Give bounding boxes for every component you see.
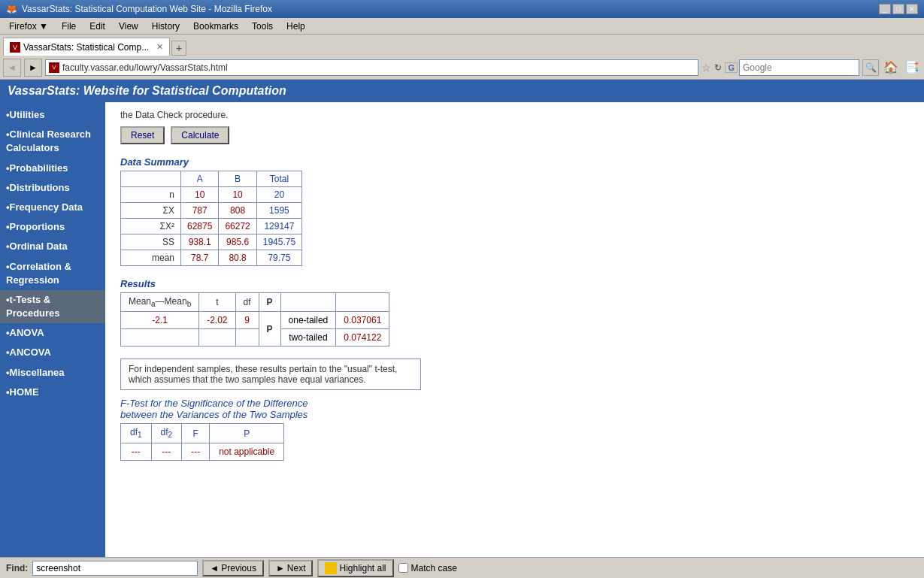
match-case-label[interactable]: Match case xyxy=(398,563,457,573)
menu-bookmarks[interactable]: Bookmarks xyxy=(187,20,244,33)
forward-btn[interactable]: ► xyxy=(24,59,42,77)
tab-close-icon[interactable]: ✕ xyxy=(156,42,163,52)
cell-empty3 xyxy=(235,329,259,346)
match-case-checkbox[interactable] xyxy=(398,563,408,573)
find-bar: Find: ◄ Previous ► Next Highlight all Ma… xyxy=(0,557,924,578)
sidebar-item-anova[interactable]: •ANOVA xyxy=(0,323,105,343)
sidebar-item-distributions[interactable]: •Distributions xyxy=(0,178,105,198)
ftest-col-f: F xyxy=(182,424,210,443)
sidebar-item-ordinal[interactable]: •Ordinal Data xyxy=(0,237,105,256)
menu-help[interactable]: Help xyxy=(280,20,311,33)
sidebar-item-utilities[interactable]: •Utilities xyxy=(0,105,105,125)
cell-sumx-total: 1595 xyxy=(256,203,301,219)
btn-row: Reset Calculate xyxy=(120,126,767,144)
sidebar-item-frequency[interactable]: •Frequency Data xyxy=(0,198,105,217)
url-bar[interactable]: V faculty.vassar.edu/lowry/VassarStats.h… xyxy=(45,59,698,76)
sidebar-item-proportions[interactable]: •Proportions xyxy=(0,217,105,237)
ftest-title-line2: between the Variances of the Two Samples xyxy=(120,409,307,420)
cell-sumx2-total: 129147 xyxy=(256,219,301,235)
site-header: VassarStats: Website for Statistical Com… xyxy=(0,80,924,102)
table-row: ΣX² 62875 66272 129147 xyxy=(121,219,302,235)
find-label: Find: xyxy=(6,563,28,573)
col-tailed-value xyxy=(336,293,389,312)
note-box: For independent samples, these results p… xyxy=(120,359,421,390)
data-summary-section: Data Summary A B Total n 10 xyxy=(120,156,767,266)
bookmarks-btn[interactable]: 📑 xyxy=(903,59,921,77)
reset-btn[interactable]: Reset xyxy=(120,126,165,144)
cell-empty2 xyxy=(199,329,235,346)
note-text: the Data Check procedure. xyxy=(120,110,767,120)
row-label-sumx2: ΣX² xyxy=(121,219,181,235)
cell-sumx-a: 787 xyxy=(181,203,219,219)
cell-t: -2.02 xyxy=(199,312,235,329)
ftest-p-value: not applicable xyxy=(210,443,284,460)
sidebar-item-probabilities[interactable]: •Probabilities xyxy=(0,159,105,178)
title-bar: 🦊 VassarStats: Statistical Computation W… xyxy=(0,0,924,18)
home-btn[interactable]: 🏠 xyxy=(882,59,900,77)
sidebar-item-correlation[interactable]: •Correlation & Regression xyxy=(0,257,105,290)
menu-tools[interactable]: Tools xyxy=(246,20,279,33)
menu-view[interactable]: View xyxy=(113,20,144,33)
menu-history[interactable]: History xyxy=(146,20,186,33)
next-btn[interactable]: ► Next xyxy=(268,560,314,576)
close-btn[interactable]: ✕ xyxy=(906,4,918,14)
cell-two-tailed-value: 0.074122 xyxy=(336,329,389,346)
sidebar-item-clinical[interactable]: •Clinical Research Calculators xyxy=(0,125,105,158)
back-btn[interactable]: ◄ xyxy=(3,59,21,77)
next-label: Next xyxy=(287,563,306,573)
table-row: ΣX 787 808 1595 xyxy=(121,203,302,219)
row-label-mean: mean xyxy=(121,250,181,266)
tab-favicon: V xyxy=(10,42,20,53)
minimize-btn[interactable]: _ xyxy=(879,4,891,14)
search-submit-btn[interactable]: 🔍 xyxy=(862,59,879,76)
cell-p-divider: P xyxy=(259,312,280,346)
maximize-btn[interactable]: □ xyxy=(892,4,904,14)
url-favicon: V xyxy=(49,62,59,73)
ftest-row: --- --- --- not applicable xyxy=(121,443,284,460)
sidebar-item-ancova[interactable]: •ANCOVA xyxy=(0,343,105,362)
ftest-df2-value: --- xyxy=(151,443,182,460)
ftest-section: F-Test for the Significance of the Diffe… xyxy=(120,398,767,460)
next-arrow-icon: ► xyxy=(276,563,285,573)
menu-firefox[interactable]: Firefox ▼ xyxy=(3,20,54,33)
col-header-total: Total xyxy=(256,171,301,187)
menu-file[interactable]: File xyxy=(56,20,82,33)
sidebar-item-miscellanea[interactable]: •Miscellanea xyxy=(0,363,105,383)
find-input[interactable] xyxy=(32,561,198,576)
row-label-ss: SS xyxy=(121,235,181,250)
data-summary-table: A B Total n 10 10 20 ΣX xyxy=(120,171,302,266)
highlight-all-btn[interactable]: Highlight all xyxy=(317,559,393,577)
browser-icon: 🦊 xyxy=(6,4,17,14)
col-t: t xyxy=(199,293,235,312)
col-df: df xyxy=(235,293,259,312)
match-case-text: Match case xyxy=(411,563,457,573)
cell-ss-total: 1945.75 xyxy=(256,235,301,250)
main-layout: •Utilities •Clinical Research Calculator… xyxy=(0,102,924,557)
google-icon: G xyxy=(725,62,738,73)
ftest-col-df1: df1 xyxy=(121,424,152,443)
ftest-col-p: P xyxy=(210,424,284,443)
note-box-text: For independent samples, these results p… xyxy=(129,364,397,385)
sidebar-item-ttests[interactable]: •t-Tests & Procedures xyxy=(0,290,105,323)
col-header-empty xyxy=(121,171,181,187)
previous-btn[interactable]: ◄ Previous xyxy=(202,560,264,576)
active-tab[interactable]: V VassarStats: Statistical Comp... ✕ xyxy=(3,38,170,56)
cell-empty1 xyxy=(121,329,199,346)
refresh-btn[interactable]: ↻ xyxy=(714,62,722,73)
bookmark-star-icon[interactable]: ☆ xyxy=(701,62,711,74)
cell-mean-b: 80.8 xyxy=(219,250,256,266)
cell-mean-total: 79.75 xyxy=(256,250,301,266)
calculate-btn[interactable]: Calculate xyxy=(171,126,229,144)
sidebar-item-home[interactable]: •HOME xyxy=(0,383,105,402)
cell-n-a: 10 xyxy=(181,187,219,203)
cell-n-b: 10 xyxy=(219,187,256,203)
new-tab-btn[interactable]: + xyxy=(171,41,186,56)
search-input[interactable] xyxy=(739,59,859,76)
menu-edit[interactable]: Edit xyxy=(83,20,111,33)
table-row: mean 78.7 80.8 79.75 xyxy=(121,250,302,266)
content-area[interactable]: the Data Check procedure. Reset Calculat… xyxy=(105,102,924,557)
table-row: SS 938.1 985.6 1945.75 xyxy=(121,235,302,250)
ftest-df1-value: --- xyxy=(121,443,152,460)
col-p-label: P xyxy=(259,293,280,312)
cell-df: 9 xyxy=(235,312,259,329)
